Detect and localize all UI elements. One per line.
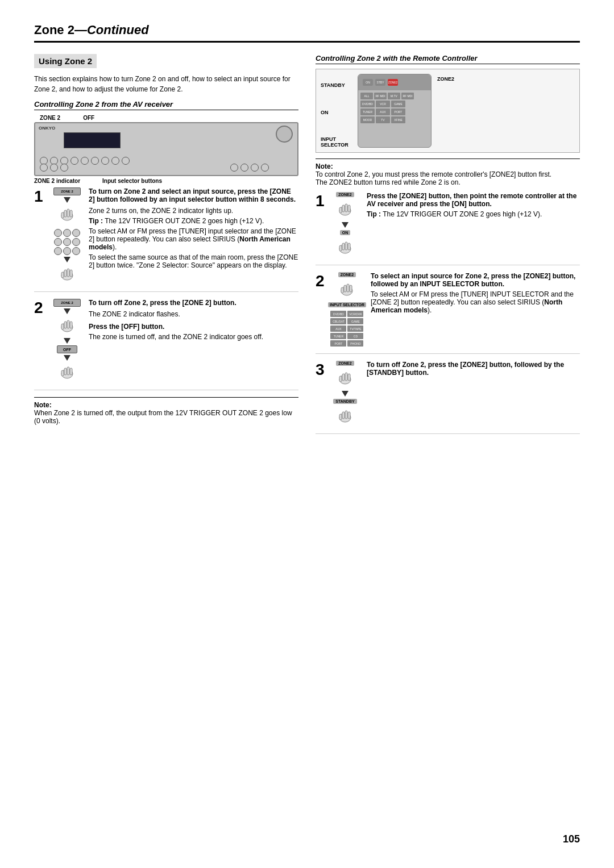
step-1-number: 1 xyxy=(34,187,45,285)
right-step1-content: Press the [ZONE2] button, then point the… xyxy=(367,192,580,258)
rs3-bold: To turn off Zone 2, press the [ZONE2] bu… xyxy=(367,361,564,377)
step2-press: Press the [OFF] button. xyxy=(89,323,298,331)
on-tag-s1: ON xyxy=(340,230,351,235)
svg-rect-29 xyxy=(339,245,342,251)
zone2-right-label: ZONE2 xyxy=(437,74,454,148)
svg-rect-42 xyxy=(345,411,347,419)
input-selector-label-right: INPUT SELECTOR xyxy=(321,136,352,148)
receiver-diagram-container: ZONE 2 OFF ONKYO xyxy=(34,115,298,184)
rs1-bold: Press the [ZONE2] button, then point the… xyxy=(367,192,576,208)
svg-rect-9 xyxy=(61,272,64,278)
rs2-text: To select AM or FM press the [TUNER] INP… xyxy=(371,290,580,314)
page-number: 105 xyxy=(563,833,580,845)
svg-rect-28 xyxy=(348,243,350,250)
right-note-text1: To control Zone 2, you must press the re… xyxy=(316,170,580,178)
svg-rect-39 xyxy=(339,376,342,382)
svg-rect-4 xyxy=(61,212,64,218)
svg-rect-34 xyxy=(341,287,343,293)
receiver-illustration: ONKYO xyxy=(34,122,298,176)
hand-icon-2 xyxy=(57,264,77,285)
svg-rect-21 xyxy=(342,205,345,212)
off-label-top: OFF xyxy=(83,115,94,121)
right-step3-content: To turn off Zone 2, press the [ZONE2] bu… xyxy=(367,361,580,427)
right-note: Note: To control Zone 2, you must press … xyxy=(316,158,580,186)
right-note-label: Note: xyxy=(316,162,333,170)
svg-rect-11 xyxy=(64,322,67,328)
arrow-step2-2 xyxy=(64,338,70,344)
step1-text3: To select the same source as that of the… xyxy=(89,253,298,269)
arrow-icon-1 xyxy=(64,197,70,203)
zone2-button-icon: ZONE 2 xyxy=(53,187,81,195)
zone2-label-top: ZONE 2 xyxy=(40,115,60,121)
svg-rect-44 xyxy=(339,414,342,420)
svg-rect-17 xyxy=(67,367,69,375)
hand-icon-r1b xyxy=(335,237,355,258)
svg-rect-16 xyxy=(64,368,67,375)
right-note-text2: The ZONE2 button turns red while Zone 2 … xyxy=(316,178,580,186)
svg-rect-19 xyxy=(61,370,64,376)
arrow-step2-1 xyxy=(64,308,70,314)
remote-image: ON STBY ZONE2 ALL RF MDI M.TV RF MDI DVD… xyxy=(358,74,432,148)
arrow-r1 xyxy=(342,222,349,228)
right-step-1: 1 ZONE2 ON xyxy=(316,192,580,265)
right-step2-icons: ZONE2 INPUT SELECTOR DVD/BD VCR/DVR CBL/… xyxy=(328,272,366,347)
zone2-indicator-label: ZONE 2 indicator xyxy=(34,178,102,184)
page-header: Zone 2—Continued xyxy=(34,23,580,43)
hand-icon-step2-2 xyxy=(57,362,77,383)
right-step-3: 3 ZONE2 STANDBY xyxy=(316,361,580,434)
remote-top-area: ON STBY ZONE2 xyxy=(358,74,431,90)
step2-text2: The zone is turned off, and the ZONE 2 i… xyxy=(89,333,298,341)
svg-rect-26 xyxy=(342,243,345,250)
section-title: Using Zone 2 xyxy=(34,54,97,68)
right-step3-icons: ZONE2 STANDBY xyxy=(328,361,362,427)
intro-text: This section explains how to turn Zone 2… xyxy=(34,74,298,94)
step2-bold: To turn off Zone 2, press the [ZONE 2] b… xyxy=(89,299,237,307)
svg-rect-23 xyxy=(348,205,350,212)
svg-rect-36 xyxy=(342,374,345,381)
left-step-1: 1 ZONE 2 xyxy=(34,187,298,292)
svg-rect-8 xyxy=(70,270,72,277)
svg-rect-7 xyxy=(67,269,69,277)
svg-rect-1 xyxy=(64,210,67,217)
svg-rect-32 xyxy=(347,284,349,292)
svg-rect-33 xyxy=(350,285,352,292)
volume-knob xyxy=(276,126,293,143)
svg-rect-24 xyxy=(339,207,342,213)
diagram-labels: ZONE 2 indicator Input selector buttons xyxy=(34,178,298,184)
brand-label: ONKYO xyxy=(39,126,55,131)
svg-rect-13 xyxy=(70,322,72,328)
off-button-icon: OFF xyxy=(57,345,77,353)
svg-rect-2 xyxy=(67,209,69,217)
right-step3-num: 3 xyxy=(316,361,325,379)
step-1-icon: ZONE 2 xyxy=(50,187,84,285)
left-note-text: When Zone 2 is turned off, the output fr… xyxy=(34,409,298,425)
left-note-label: Note: xyxy=(34,401,52,409)
right-buttons xyxy=(230,164,269,172)
svg-rect-18 xyxy=(70,368,72,375)
remote-side-labels: STANDBY ON INPUT SELECTOR xyxy=(321,74,352,148)
step1-text1: Zone 2 turns on, the ZONE 2 indicator li… xyxy=(89,207,298,215)
page-title: Zone 2—Continued xyxy=(34,23,149,37)
input-buttons-grid: DVD/BD VCR/DVR CBL/SAT GAME AUX TV/TAPE … xyxy=(330,311,363,347)
arrow-step2-3 xyxy=(64,355,70,361)
step-2-content: To turn off Zone 2, press the [ZONE 2] b… xyxy=(89,299,298,383)
svg-rect-41 xyxy=(342,412,345,419)
left-note: Note: When Zone 2 is turned off, the out… xyxy=(34,397,298,425)
right-step2-content: To select an input source for Zone 2, pr… xyxy=(371,272,580,347)
zone2-tag-s3: ZONE2 xyxy=(336,361,354,366)
svg-rect-6 xyxy=(64,270,67,277)
input-buttons-col xyxy=(54,229,80,255)
input-selector-label: Input selector buttons xyxy=(102,178,162,184)
svg-rect-43 xyxy=(348,412,350,419)
left-step-2: 2 ZONE 2 OFF xyxy=(34,299,298,390)
right-step-2: 2 ZONE2 INPUT SELECTOR DVD/BD VCR/DVR xyxy=(316,272,580,354)
subsection-title-left: Controlling Zone 2 from the AV receiver xyxy=(34,100,298,110)
step2-text1: The ZONE 2 indicator flashes. xyxy=(89,310,298,318)
display-panel xyxy=(64,132,121,148)
top-buttons: ON STBY ZONE2 xyxy=(363,79,398,86)
svg-rect-38 xyxy=(348,374,350,381)
step1-bold: To turn on Zone 2 and select an input so… xyxy=(89,187,296,203)
svg-rect-3 xyxy=(70,210,72,217)
input-sel-tag-s2: INPUT SELECTOR xyxy=(328,302,366,307)
step-1-content: To turn on Zone 2 and select an input so… xyxy=(89,187,298,285)
